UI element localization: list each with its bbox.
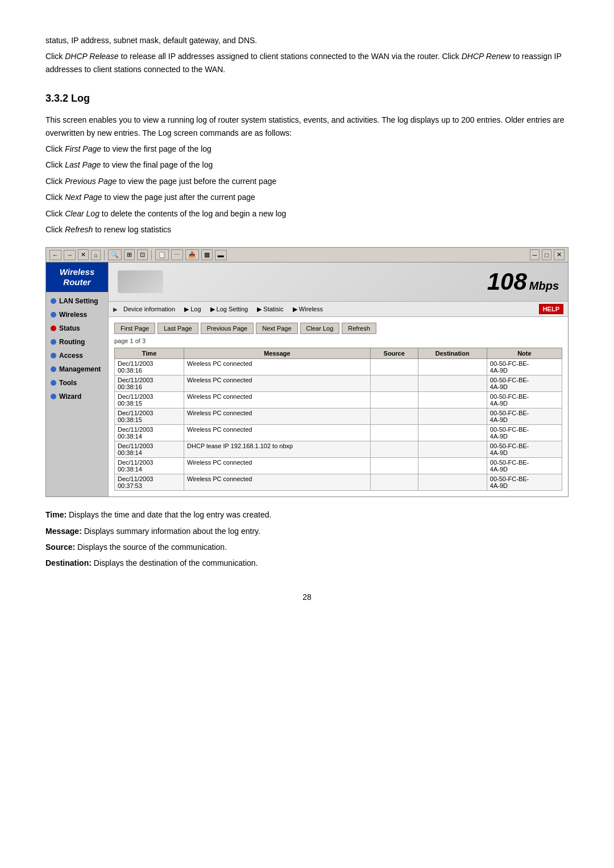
table-header-row: Time Message Source Destination Note: [115, 348, 562, 359]
favorites-button[interactable]: ⊞: [124, 249, 135, 260]
download-button[interactable]: 📥: [185, 249, 199, 260]
cell-note: 00-50-FC-BE- 4A-9D: [487, 359, 562, 375]
minimize-button[interactable]: ▬: [215, 250, 227, 260]
header-logo-area: [118, 270, 163, 293]
sidebar-item-tools[interactable]: Tools: [46, 376, 108, 390]
cmd3: Click Previous Page to view the page jus…: [45, 175, 569, 187]
sidebar-label: Access: [59, 352, 83, 360]
sidebar-item-wizard[interactable]: Wizard: [46, 390, 108, 403]
sidebar-item-access[interactable]: Access: [46, 349, 108, 362]
sidebar-item-routing[interactable]: Routing: [46, 335, 108, 349]
sidebar-label: Management: [59, 365, 101, 373]
refresh-button[interactable]: Refresh: [342, 323, 376, 334]
sidebar-item-wireless[interactable]: Wireless: [46, 308, 108, 322]
cell-message: Wireless PC connected: [184, 474, 371, 491]
clear-log-button[interactable]: Clear Log: [300, 323, 340, 334]
logo-text2: Router: [63, 277, 90, 287]
cell-time: Dec/11/2003 00:37:53: [115, 474, 184, 491]
browser-window: ← → ✕ ⌂ 🔍 ⊞ ⊡ 📋 ⋯ 📥 ▦ ▬ ─ □ ✕ Wireless R…: [45, 247, 569, 497]
cell-time: Dec/11/2003 00:38:14: [115, 425, 184, 441]
cmd2: Click Last Page to view the final page o…: [45, 158, 569, 171]
window-minimize[interactable]: ─: [530, 249, 540, 260]
sidebar-item-status[interactable]: Status: [46, 322, 108, 335]
window-close[interactable]: ✕: [554, 249, 565, 260]
sidebar-item-management[interactable]: Management: [46, 362, 108, 376]
cmd4: Click Next Page to view the page just af…: [45, 191, 569, 203]
sidebar-item-lan-setting[interactable]: LAN Setting: [46, 294, 108, 308]
cell-destination: [418, 375, 487, 392]
dot-icon: [51, 380, 56, 386]
col-message: Message: [184, 348, 371, 359]
cell-note: 00-50-FC-BE- 4A-9D: [487, 425, 562, 441]
tab-device-info[interactable]: Device information: [120, 304, 179, 314]
view-button[interactable]: ▦: [201, 249, 213, 260]
sidebar-nav: LAN Setting Wireless Status Routing Acce…: [46, 292, 108, 406]
browser-toolbar: ← → ✕ ⌂ 🔍 ⊞ ⊡ 📋 ⋯ 📥 ▦ ▬ ─ □ ✕: [46, 248, 568, 262]
logo-text: Wireless: [60, 267, 95, 277]
table-row: Dec/11/2003 00:38:14 DHCP lease IP 192.1…: [115, 441, 562, 458]
next-page-button[interactable]: Next Page: [256, 323, 297, 334]
tab-log[interactable]: ▶ Log: [181, 304, 204, 314]
cell-note: 00-50-FC-BE- 4A-9D: [487, 458, 562, 474]
cell-destination: [418, 474, 487, 491]
forward-button[interactable]: →: [64, 250, 76, 260]
cell-destination: [418, 441, 487, 458]
cell-time: Dec/11/2003 00:38:16: [115, 359, 184, 375]
sidebar-label: Status: [59, 324, 80, 332]
window-restore[interactable]: □: [542, 249, 551, 260]
desc-time: Time: Displays the time and date that th…: [45, 508, 569, 521]
sidebar-label: Tools: [59, 379, 77, 387]
history-button[interactable]: ⊡: [137, 249, 148, 260]
cmd6: Click Refresh to renew log statistics: [45, 223, 569, 236]
nav-tabs: ▶ Device information ▶ Log ▶ Log Setting…: [109, 302, 568, 317]
cell-note: 00-50-FC-BE- 4A-9D: [487, 441, 562, 458]
main-panel: 108 Mbps ▶ Device information ▶ Log ▶ Lo…: [109, 262, 568, 496]
copy-button[interactable]: 📋: [155, 249, 169, 260]
last-page-button[interactable]: Last Page: [157, 323, 198, 334]
desc-message: Message: Displays summary information ab…: [45, 525, 569, 537]
browser-main: Wireless Router LAN Setting Wireless Sta…: [46, 262, 568, 496]
cell-source: [370, 375, 418, 392]
paste-button[interactable]: ⋯: [171, 249, 183, 260]
cmd5: Click Clear Log to delete the contents o…: [45, 207, 569, 220]
cell-message: Wireless PC connected: [184, 359, 371, 375]
cell-message: DHCP lease IP 192.168.1.102 to nbxp: [184, 441, 371, 458]
router-sidebar: Wireless Router LAN Setting Wireless Sta…: [46, 262, 109, 496]
log-table: Time Message Source Destination Note Dec…: [114, 348, 562, 491]
toolbar-separator: [104, 250, 105, 260]
previous-page-button[interactable]: Previous Page: [201, 323, 254, 334]
router-logo: Wireless Router: [46, 262, 108, 292]
cell-message: Wireless PC connected: [184, 458, 371, 474]
page-info: page 1 of 3: [114, 337, 562, 344]
log-buttons: First Page Last Page Previous Page Next …: [114, 323, 562, 334]
table-row: Dec/11/2003 00:38:14 Wireless PC connect…: [115, 425, 562, 441]
tab-wireless[interactable]: ▶ Wireless: [289, 304, 326, 314]
description-section: Time: Displays the time and date that th…: [45, 508, 569, 570]
stop-button[interactable]: ✕: [78, 249, 89, 260]
intro-line2: Click DHCP Release to release all IP add…: [45, 50, 569, 76]
search-button[interactable]: 🔍: [108, 249, 122, 260]
cell-note: 00-50-FC-BE- 4A-9D: [487, 375, 562, 392]
section-heading: 3.3.2 Log: [45, 93, 569, 105]
back-button[interactable]: ←: [49, 250, 61, 260]
sidebar-label: Wizard: [59, 393, 81, 400]
cell-message: Wireless PC connected: [184, 392, 371, 408]
help-button[interactable]: HELP: [539, 304, 563, 314]
tab-log-setting[interactable]: ▶ Log Setting: [207, 304, 252, 314]
cell-destination: [418, 458, 487, 474]
sidebar-label: Routing: [59, 338, 85, 346]
tab-statisic[interactable]: ▶ Statisic: [254, 304, 287, 314]
cell-time: Dec/11/2003 00:38:15: [115, 392, 184, 408]
home-button[interactable]: ⌂: [91, 250, 101, 260]
dot-icon: [51, 326, 56, 331]
log-panel: First Page Last Page Previous Page Next …: [109, 317, 568, 496]
cmd1: Click First Page to view the first page …: [45, 143, 569, 155]
speed-number: 108: [487, 268, 527, 295]
cell-note: 00-50-FC-BE- 4A-9D: [487, 474, 562, 491]
first-page-button[interactable]: First Page: [114, 323, 155, 334]
col-time: Time: [115, 348, 184, 359]
sidebar-label: Wireless: [59, 311, 87, 319]
cell-source: [370, 408, 418, 425]
dot-icon: [51, 366, 56, 372]
col-source: Source: [370, 348, 418, 359]
